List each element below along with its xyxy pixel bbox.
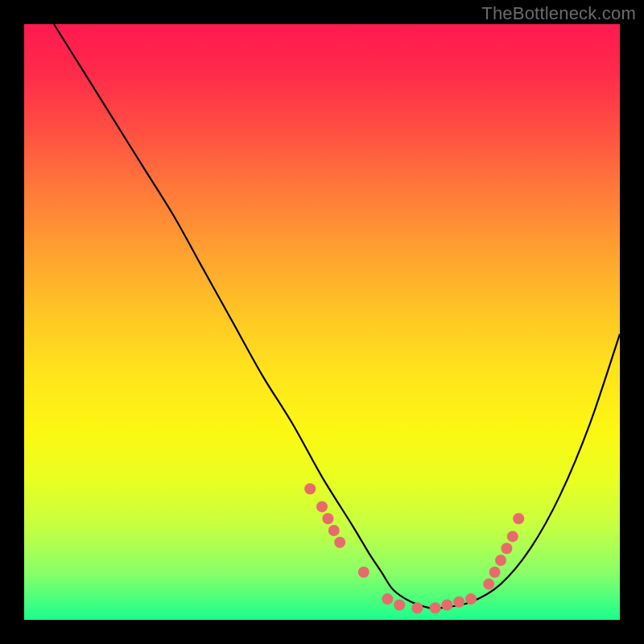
curve-line: [54, 24, 620, 609]
highlight-marker: [441, 600, 452, 611]
highlight-marker: [483, 579, 494, 590]
highlight-marker: [334, 537, 345, 548]
highlight-marker: [489, 567, 501, 578]
highlight-marker: [322, 513, 333, 524]
watermark-text: TheBottleneck.com: [481, 3, 636, 24]
highlight-marker: [411, 602, 423, 613]
highlight-marker: [453, 597, 464, 608]
highlight-marker: [465, 593, 477, 605]
highlight-marker: [316, 501, 328, 512]
highlight-marker: [394, 600, 405, 611]
highlight-marker: [328, 525, 340, 536]
highlight-marker: [507, 530, 518, 542]
highlight-marker: [501, 543, 512, 554]
chart-container: TheBottleneck.com: [0, 0, 644, 644]
highlight-marker: [495, 555, 506, 566]
highlight-marker: [513, 513, 524, 524]
chart-svg: [0, 0, 644, 644]
highlight-marker: [304, 483, 316, 494]
highlight-marker: [430, 602, 441, 613]
highlight-marker: [382, 593, 393, 605]
highlight-marker: [358, 567, 369, 578]
